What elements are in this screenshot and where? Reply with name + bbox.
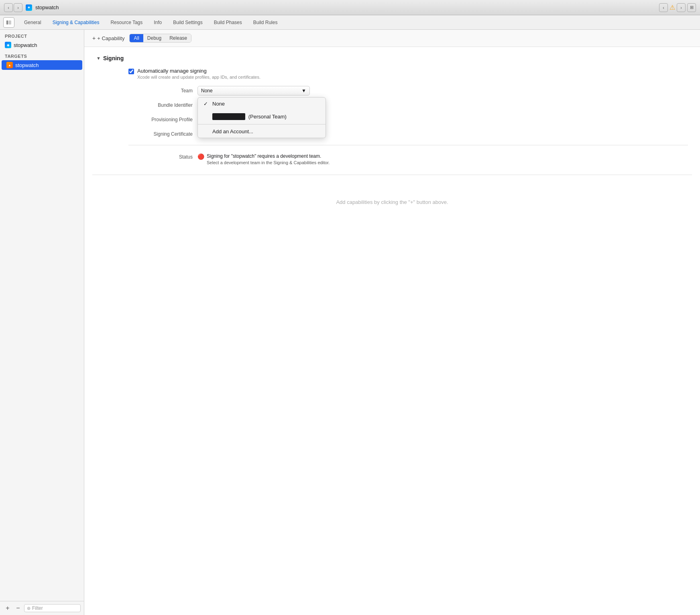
- status-label: Status: [128, 153, 193, 160]
- titlebar-nav: ‹ ›: [4, 3, 22, 12]
- main-layout: PROJECT ◈ stopwatch TARGETS ▲ stopwatch …: [0, 30, 700, 615]
- team-dropdown-button[interactable]: None ▼: [197, 86, 310, 96]
- add-target-button[interactable]: +: [3, 604, 12, 613]
- dropdown-option-personal-team[interactable]: ✓ ████████ (Personal Team): [198, 110, 326, 123]
- sidebar-item-target-stopwatch[interactable]: ▲ stopwatch: [2, 60, 82, 70]
- signing-cert-label: Signing Certificate: [128, 130, 193, 137]
- team-selected-value: None: [201, 88, 213, 94]
- collapse-triangle-icon[interactable]: ▼: [96, 56, 101, 61]
- auto-manage-row: Automatically manage signing Xcode will …: [128, 68, 688, 79]
- project-section-label: PROJECT: [0, 30, 84, 40]
- sidebar-item-project[interactable]: ◈ stopwatch: [0, 40, 84, 50]
- add-capability-label: + Capability: [97, 35, 124, 41]
- file-icon: ✦: [26, 4, 32, 11]
- auto-manage-desc: Xcode will create and update profiles, a…: [137, 75, 260, 79]
- filter-placeholder: Filter: [32, 605, 43, 611]
- dropdown-arrow-icon: ▼: [301, 88, 306, 94]
- status-error-title: Signing for "stopwatch" requires a devel…: [207, 153, 330, 159]
- sidebar-footer: + − ⊛ Filter: [0, 601, 84, 615]
- nav-forward-button[interactable]: ›: [14, 3, 22, 12]
- filter-box: ⊛ Filter: [24, 604, 81, 612]
- dropdown-option-none[interactable]: ✓ None: [198, 98, 326, 110]
- nav-next-button[interactable]: ›: [677, 3, 686, 12]
- personal-team-blurred-name: ████████: [212, 113, 245, 120]
- plus-icon: +: [92, 35, 96, 41]
- bundle-id-label: Bundle Identifier: [128, 101, 193, 108]
- project-icon: ◈: [5, 42, 11, 48]
- filter-icon: ⊛: [27, 606, 31, 611]
- dropdown-divider: [198, 124, 326, 124]
- signing-section: ▼ Signing Automatically manage signing X…: [84, 47, 700, 175]
- titlebar: ‹ › ✦ stopwatch ‹ ⚠ › ⊞: [0, 0, 700, 15]
- tab-build-rules[interactable]: Build Rules: [248, 17, 283, 28]
- empty-state-text: Add capabilities by clicking the "+" but…: [336, 199, 448, 205]
- sidebar-toggle-button[interactable]: [3, 17, 14, 28]
- signing-title: Signing: [103, 55, 124, 61]
- filter-all-button[interactable]: All: [130, 34, 143, 42]
- tabbar: General Signing & Capabilities Resource …: [0, 15, 700, 30]
- signing-section-header: ▼ Signing: [96, 55, 688, 61]
- svg-rect-1: [8, 20, 11, 24]
- tab-resource-tags[interactable]: Resource Tags: [105, 17, 148, 28]
- empty-state: Add capabilities by clicking the "+" but…: [84, 199, 700, 205]
- capability-bar: + + Capability All Debug Release: [84, 30, 700, 47]
- team-label: Team: [128, 88, 193, 94]
- tab-signing-capabilities[interactable]: Signing & Capabilities: [47, 17, 105, 28]
- filter-group: All Debug Release: [129, 34, 191, 43]
- tab-info[interactable]: Info: [148, 17, 167, 28]
- layout-button[interactable]: ⊞: [687, 3, 696, 12]
- section-divider: [92, 175, 692, 175]
- add-capability-button[interactable]: + + Capability: [92, 35, 124, 41]
- nav-prev-button[interactable]: ‹: [659, 3, 668, 12]
- dropdown-option-add-account[interactable]: ✓ Add an Account...: [198, 125, 326, 138]
- auto-manage-label: Automatically manage signing: [137, 68, 260, 74]
- tab-build-settings[interactable]: Build Settings: [167, 17, 208, 28]
- add-account-label: Add an Account...: [212, 128, 253, 134]
- team-row: Team None ▼ ✓ None: [128, 86, 688, 96]
- warning-icon: ⚠: [669, 4, 675, 11]
- remove-target-button[interactable]: −: [14, 604, 22, 613]
- status-content: 🔴 Signing for "stopwatch" requires a dev…: [197, 153, 688, 165]
- auto-manage-checkbox[interactable]: [128, 69, 134, 74]
- check-icon: ✓: [203, 101, 209, 107]
- svg-rect-0: [6, 20, 8, 24]
- divider: [128, 145, 688, 145]
- sidebar-icon: [6, 20, 12, 25]
- provisioning-label: Provisioning Profile: [128, 116, 193, 122]
- tab-build-phases[interactable]: Build Phases: [208, 17, 248, 28]
- titlebar-title: stopwatch: [35, 4, 59, 10]
- option-none-label: None: [212, 101, 225, 107]
- content-area: + + Capability All Debug Release ▼ Signi…: [84, 30, 700, 615]
- status-row: Status 🔴 Signing for "stopwatch" require…: [128, 153, 688, 165]
- targets-section-label: TARGETS: [0, 50, 84, 60]
- team-dropdown-wrapper: None ▼ ✓ None ✓ ████████: [197, 86, 310, 96]
- tab-general[interactable]: General: [18, 17, 47, 28]
- team-dropdown-popup: ✓ None ✓ ████████ (Personal Team) ✓: [197, 97, 326, 138]
- titlebar-right: ‹ ⚠ › ⊞: [659, 3, 696, 12]
- filter-release-button[interactable]: Release: [165, 34, 191, 42]
- filter-debug-button[interactable]: Debug: [143, 34, 165, 42]
- status-error-sub: Select a development team in the Signing…: [207, 160, 330, 165]
- sidebar: PROJECT ◈ stopwatch TARGETS ▲ stopwatch …: [0, 30, 84, 615]
- target-name: stopwatch: [15, 62, 39, 68]
- personal-team-label: (Personal Team): [248, 114, 287, 120]
- target-icon: ▲: [6, 62, 13, 68]
- project-name: stopwatch: [14, 42, 37, 48]
- nav-back-button[interactable]: ‹: [4, 3, 13, 12]
- status-error-icon: 🔴: [197, 153, 204, 160]
